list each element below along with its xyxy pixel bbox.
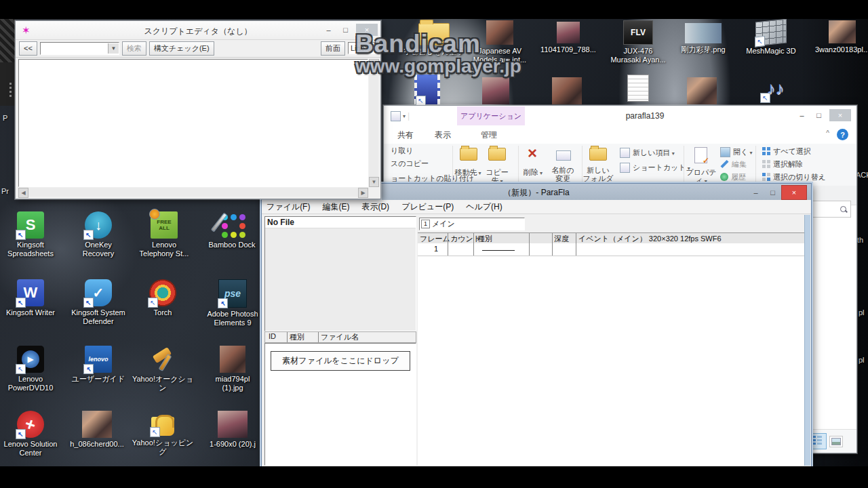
menu-help[interactable]: ヘルプ(H) [466, 201, 502, 213]
rename-button[interactable]: 名前の 変更 [548, 166, 578, 182]
select-all-button[interactable]: すべて選択 [762, 147, 811, 155]
search-combobox[interactable]: ▼ [40, 42, 119, 55]
desktop-icon-video[interactable] [395, 75, 460, 104]
horizontal-scrollbar[interactable]: ◀ ▶ [18, 188, 368, 197]
drop-hint-button[interactable]: 素材ファイルをここにドロップ [271, 351, 410, 371]
desktop-icon-torch[interactable]: Torch [130, 279, 195, 317]
timeline-rows[interactable]: 1 [418, 243, 804, 466]
scroll-right-icon[interactable]: ▶ [358, 188, 368, 198]
desktop-icon-kingsoft-defender[interactable]: ✓ Kingsoft System Defender [66, 279, 131, 326]
thumbnail-view-button[interactable] [829, 436, 843, 447]
desktop-icon-image[interactable] [669, 77, 734, 104]
maximize-button[interactable]: □ [810, 109, 827, 121]
material-list[interactable]: No File [264, 216, 416, 331]
details-view-button[interactable] [810, 433, 827, 449]
column-id[interactable]: ID [265, 332, 288, 342]
search-box[interactable] [808, 201, 851, 218]
close-button[interactable]: × [781, 185, 807, 200]
close-button[interactable]: × [829, 109, 851, 121]
edit-button[interactable]: 編集 [720, 160, 747, 168]
tab-share[interactable]: 共有 [397, 129, 414, 141]
menu-edit[interactable]: 編集(E) [322, 201, 349, 213]
ribbon-copypath-fragment[interactable]: スのコピー [391, 159, 429, 169]
application-tools-tab[interactable]: アプリケーション ツール [457, 106, 525, 125]
shortcut-button[interactable]: ショートカット [620, 163, 690, 173]
desktop-icon-onekey-recovery[interactable]: ↓ OneKey Recovery [66, 211, 131, 258]
timeline-scrollbar[interactable] [804, 215, 810, 466]
column-frame[interactable]: フレーム [420, 234, 450, 244]
desktop-icon-image[interactable]: 剛力彩芽.png [671, 23, 736, 54]
menu-preview[interactable]: プレビュー(P) [401, 201, 454, 213]
syntax-check-button[interactable]: 構文チェック(E) [149, 41, 214, 56]
desktop-icon-music[interactable] [743, 75, 808, 102]
invert-selection-button[interactable]: 選択の切り替え [762, 173, 826, 181]
background-window-edge [0, 19, 15, 62]
minimize-button[interactable]: – [747, 186, 764, 199]
help-icon[interactable]: ? [837, 129, 848, 140]
scroll-down-icon[interactable]: ▼ [369, 177, 379, 187]
select-none-button[interactable]: 選択解除 [762, 160, 803, 168]
column-type[interactable]: 種別 [288, 332, 319, 342]
ribbon-cut-fragment[interactable]: り取り [391, 146, 414, 156]
collapse-button[interactable]: << [19, 41, 37, 56]
column-depth[interactable]: 深度 [554, 234, 569, 244]
open-button[interactable]: 開く [720, 147, 753, 157]
column-count[interactable]: カウント [450, 234, 481, 244]
desktop-icon-kingsoft-spreadsheets[interactable]: S Kingsoft Spreadsheets [0, 211, 63, 258]
material-drop-area[interactable]: 素材ファイルをここにドロップ [264, 343, 416, 466]
column-event[interactable]: イベント（メイン） 320×320 12fps SWF6 [578, 234, 722, 244]
menu-file[interactable]: ファイル(F) [267, 201, 310, 213]
tab-view[interactable]: 表示 [435, 129, 451, 141]
desktop-icon-yahoo-auction[interactable]: Yahoo!オークション [130, 346, 195, 392]
maximize-button[interactable]: □ [764, 186, 781, 199]
desktop-icon-lenovo-telephony[interactable]: FREE ALL Lenovo Telephony St... [132, 211, 197, 258]
scroll-up-icon[interactable]: ▲ [369, 59, 379, 69]
desktop-icon-lenovo-solution[interactable]: Lenovo Solution Center [0, 411, 63, 458]
desktop-icon-image[interactable]: 1-690x0 (20).j [200, 411, 265, 449]
desktop-icon-meshmagic[interactable]: MeshMagic 3D [738, 20, 804, 56]
desktop-icon-video[interactable]: FLV JUX-476 Murasaki Ayan... [606, 20, 671, 64]
tab-manage[interactable]: 管理 [481, 129, 497, 141]
line-indicator: Line: [348, 42, 377, 54]
desktop-icon-image[interactable] [463, 77, 528, 104]
bamboo-dock-icon [218, 211, 245, 239]
desktop-icon-user-guide[interactable]: lenovo ユーザーガイド [66, 346, 131, 384]
desktop-icon-image[interactable]: miad794pl (1).jpg [200, 346, 265, 392]
vertical-scrollbar[interactable]: ▲ ▼ [369, 59, 378, 187]
select-all-icon [762, 147, 770, 155]
layer-combo[interactable]: 1 メイン [419, 218, 525, 230]
desktop-icon-image[interactable]: h_086cherd00... [64, 411, 130, 449]
desktop-icon-kingsoft-writer[interactable]: W Kingsoft Writer [0, 279, 63, 317]
desktop-icon-image[interactable]: 3wanz00183pl... [810, 20, 868, 54]
desktop-icon-label: MeshMagic 3D [746, 47, 795, 56]
desktop-icon-yahoo-shopping[interactable]: Yahoo!ショッピング [130, 409, 195, 456]
quick-access-toolbar[interactable]: ▾ | [391, 111, 410, 121]
chevron-up-icon[interactable]: ^ [826, 129, 829, 137]
move-to-button[interactable]: 移動先 [454, 168, 482, 178]
column-filename[interactable]: ファイル名 [319, 332, 416, 342]
history-button[interactable]: 履歴 [720, 173, 746, 181]
desktop-icon-document[interactable] [606, 75, 671, 102]
new-item-button[interactable]: 新しい項目 [620, 148, 675, 158]
desktop-icon-image[interactable]: 11041709_788... [536, 22, 601, 54]
desktop-icon-powerdvd[interactable]: Lenovo PowerDVD10 [0, 346, 63, 392]
scroll-left-icon[interactable]: ◀ [18, 188, 28, 198]
search-button[interactable]: 検索 [122, 41, 146, 56]
script-text-area[interactable] [18, 59, 368, 187]
desktop-icon-image[interactable] [534, 77, 599, 104]
menu-view[interactable]: 表示(D) [361, 201, 389, 213]
bring-to-front-button[interactable]: 前面 [321, 41, 345, 56]
column-type[interactable]: 種別 [477, 234, 492, 244]
delete-button[interactable]: 削除 [519, 168, 547, 178]
chevron-down-icon[interactable]: ▼ [108, 43, 119, 54]
new-folder-icon [589, 148, 607, 161]
desktop-icon-folder[interactable]: 宇都宮しをん聖子 [401, 23, 467, 56]
gavel-icon [149, 346, 176, 373]
desktop-icon-image[interactable]: Japanese AV Models are int... [467, 20, 532, 64]
minimize-button[interactable]: – [320, 24, 337, 36]
desktop-icon-bamboo-dock[interactable]: Bamboo Dock [199, 211, 264, 249]
close-button[interactable]: × [356, 24, 378, 36]
maximize-button[interactable]: □ [337, 24, 354, 36]
desktop-icon-photoshop-elements[interactable]: pse Adobe Photosh Elements 9 [200, 279, 265, 327]
minimize-button[interactable]: – [793, 109, 810, 121]
